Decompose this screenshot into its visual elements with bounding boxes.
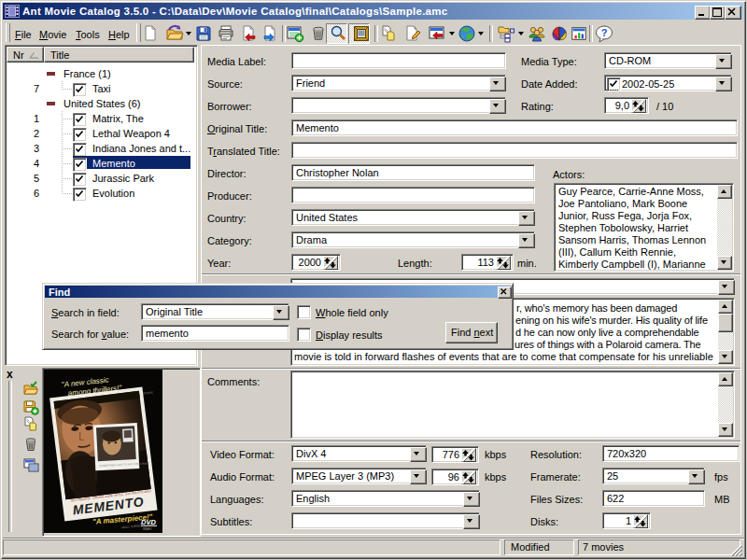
svg-text:VIDEO: VIDEO xyxy=(143,527,152,531)
svg-text:DVD: DVD xyxy=(141,518,156,526)
svg-text:?: ? xyxy=(601,27,608,38)
